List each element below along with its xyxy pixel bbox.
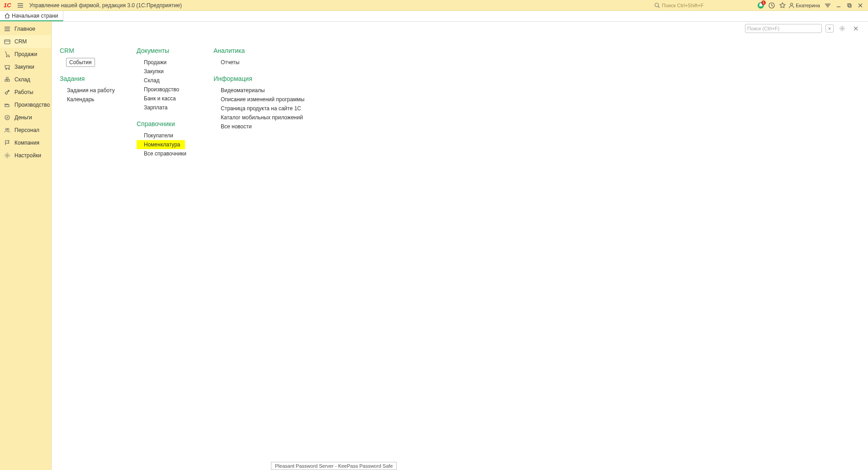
- sidebar-item-main[interactable]: Главное: [0, 23, 51, 35]
- link-customers[interactable]: Покупатели: [137, 131, 195, 140]
- favorites-button[interactable]: [778, 0, 787, 10]
- panel-options-button[interactable]: [823, 0, 833, 10]
- svg-line-1: [658, 6, 659, 8]
- svg-point-14: [5, 128, 7, 130]
- user-button[interactable]: Екатерина: [788, 0, 822, 10]
- sidebar-item-label: Настройки: [14, 152, 41, 159]
- notification-badge: 1: [761, 0, 766, 5]
- svg-point-17: [841, 28, 843, 29]
- svg-text:₽: ₽: [6, 116, 9, 119]
- warehouse-icon: [4, 76, 11, 83]
- svg-rect-8: [5, 40, 10, 44]
- column-analytics-info: Аналитика Отчеты Информация Видеоматериа…: [213, 47, 304, 158]
- close-panel-button[interactable]: [851, 24, 861, 33]
- search-icon: [655, 3, 660, 8]
- view-settings-button[interactable]: [837, 24, 847, 33]
- section-information[interactable]: Информация: [213, 75, 304, 82]
- global-search[interactable]: [655, 1, 754, 9]
- money-icon: ₽: [4, 114, 11, 121]
- section-directories[interactable]: Справочники: [137, 120, 195, 127]
- link-doc-warehouse[interactable]: Склад: [137, 76, 195, 85]
- sidebar-item-sales[interactable]: Продажи: [0, 48, 51, 61]
- link-doc-sales[interactable]: Продажи: [137, 58, 195, 67]
- titlebar-icons: 1 Екатерина: [756, 0, 868, 10]
- svg-rect-11: [6, 77, 8, 79]
- menu-lines-icon: [4, 25, 11, 33]
- link-reports[interactable]: Отчеты: [213, 58, 304, 67]
- cart-icon: [4, 63, 11, 70]
- svg-point-15: [7, 128, 9, 130]
- sidebar-item-label: Производство: [14, 102, 50, 108]
- sidebar-item-work[interactable]: Работы: [0, 86, 51, 99]
- notifications-button[interactable]: 1: [756, 0, 766, 10]
- svg-rect-9: [5, 80, 7, 81]
- app-logo: 1C: [0, 2, 15, 9]
- link-events[interactable]: События: [66, 58, 95, 67]
- sidebar-item-personnel[interactable]: Персонал: [0, 124, 51, 136]
- history-icon: [768, 2, 775, 9]
- sidebar-item-label: CRM: [14, 38, 27, 45]
- content-search[interactable]: [745, 24, 822, 33]
- window-title: Управление нашей фирмой, редакция 3.0 (1…: [26, 2, 182, 9]
- functions-panel: CRM События Задания Задания на работу Ка…: [60, 47, 304, 158]
- link-changelog[interactable]: Описание изменений программы: [213, 95, 304, 104]
- link-videos[interactable]: Видеоматериалы: [213, 86, 304, 95]
- svg-rect-6: [848, 4, 850, 6]
- close-icon: [858, 3, 863, 8]
- content-search-input[interactable]: [747, 26, 820, 31]
- sidebar-item-label: Компания: [14, 140, 39, 146]
- link-calendar[interactable]: Календарь: [60, 95, 119, 104]
- svg-rect-7: [849, 5, 851, 7]
- sales-icon: [4, 51, 11, 58]
- link-work-tasks[interactable]: Задания на работу: [60, 86, 119, 95]
- sidebar-item-label: Склад: [14, 76, 30, 83]
- maximize-icon: [847, 3, 852, 8]
- star-icon: [779, 2, 786, 9]
- section-tasks[interactable]: Задания: [60, 75, 119, 82]
- link-nomenclature[interactable]: Номенклатура: [137, 140, 185, 149]
- sidebar-item-company[interactable]: Компания: [0, 136, 51, 149]
- sidebar-item-purchases[interactable]: Закупки: [0, 61, 51, 73]
- sidebar-item-warehouse[interactable]: Склад: [0, 73, 51, 86]
- link-doc-salary[interactable]: Зарплата: [137, 103, 195, 112]
- gear-icon: [839, 25, 845, 32]
- home-icon: [5, 13, 10, 19]
- history-button[interactable]: [767, 0, 777, 10]
- people-icon: [4, 127, 11, 134]
- link-product-page[interactable]: Страница продукта на сайте 1С: [213, 104, 304, 113]
- section-crm[interactable]: CRM: [60, 47, 119, 54]
- minimize-button[interactable]: [834, 0, 844, 10]
- tab-home[interactable]: Начальная страни: [0, 11, 63, 21]
- svg-point-0: [655, 3, 659, 7]
- link-mobile-catalog[interactable]: Каталог мобильных приложений: [213, 113, 304, 122]
- link-all-directories[interactable]: Все справочники: [137, 149, 195, 158]
- sidebar-item-label: Продажи: [14, 51, 37, 57]
- column-crm-tasks: CRM События Задания Задания на работу Ка…: [60, 47, 119, 158]
- menu-icon: [17, 2, 24, 9]
- sidebar-item-settings[interactable]: Настройки: [0, 149, 51, 162]
- titlebar: 1C Управление нашей фирмой, редакция 3.0…: [0, 0, 868, 11]
- options-icon: [825, 2, 831, 9]
- link-doc-production[interactable]: Производство: [137, 85, 195, 94]
- sidebar-item-production[interactable]: Производство: [0, 99, 51, 111]
- global-search-input[interactable]: [662, 3, 754, 8]
- sidebar-item-crm[interactable]: CRM: [0, 35, 51, 48]
- section-documents[interactable]: Документы: [137, 47, 195, 54]
- link-all-news[interactable]: Все новости: [213, 122, 304, 131]
- sidebar-item-label: Закупки: [14, 64, 34, 70]
- clear-search-button[interactable]: ×: [825, 24, 834, 33]
- maximize-button[interactable]: [844, 0, 854, 10]
- content-toolbar: ×: [745, 24, 861, 33]
- factory-icon: [4, 101, 11, 108]
- close-button[interactable]: [855, 0, 865, 10]
- sidebar-item-money[interactable]: ₽ Деньги: [0, 111, 51, 124]
- flag-icon: [4, 139, 11, 146]
- link-doc-purchases[interactable]: Закупки: [137, 67, 195, 76]
- svg-rect-10: [8, 80, 9, 81]
- close-icon: [853, 26, 859, 31]
- user-icon: [788, 2, 795, 9]
- svg-point-16: [6, 155, 8, 156]
- section-analytics[interactable]: Аналитика: [213, 47, 304, 54]
- link-doc-bank[interactable]: Банк и касса: [137, 94, 195, 103]
- main-menu-button[interactable]: [15, 0, 26, 11]
